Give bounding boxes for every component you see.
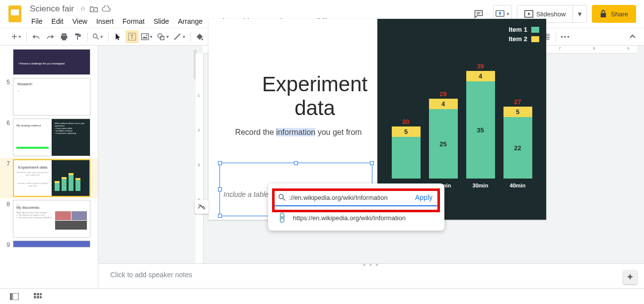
select-tool[interactable] bbox=[112, 30, 125, 43]
bottom-bar bbox=[0, 288, 644, 304]
thumbnail-5[interactable]: 5 Researchv2 bbox=[0, 76, 98, 117]
fill-color-button[interactable] bbox=[194, 30, 207, 43]
menu-arrange[interactable]: Arrange bbox=[174, 16, 206, 27]
svg-rect-21 bbox=[40, 293, 42, 295]
chart-legend: Item 1 Item 2 bbox=[384, 26, 539, 45]
image-tool[interactable]: ▼ bbox=[140, 30, 155, 43]
explore-button[interactable] bbox=[623, 270, 637, 284]
insert-link-popup: Apply 🔗 https://en.wikipedia.org/wiki/In… bbox=[268, 183, 444, 231]
notes-resize-handle[interactable]: • • • bbox=[363, 261, 379, 269]
share-label: Share bbox=[611, 10, 628, 18]
svg-rect-24 bbox=[40, 296, 42, 298]
link-suggestion-text: https://en.wikipedia.org/wiki/Informatio… bbox=[293, 214, 406, 222]
svg-point-8 bbox=[158, 34, 162, 38]
menu-slide[interactable]: Slide bbox=[150, 16, 172, 27]
share-button[interactable]: Share bbox=[592, 5, 636, 23]
menu-file[interactable]: File bbox=[28, 16, 46, 27]
grid-view-button[interactable] bbox=[34, 293, 42, 300]
apply-link-button[interactable]: Apply bbox=[413, 193, 434, 201]
print-button[interactable] bbox=[58, 30, 71, 43]
more-tools-button[interactable]: ••• bbox=[559, 30, 572, 43]
shape-tool[interactable]: ▼ bbox=[155, 30, 171, 43]
resize-handle[interactable] bbox=[294, 161, 298, 165]
svg-rect-18 bbox=[13, 293, 19, 300]
speaker-notes-placeholder: Click to add speaker notes bbox=[110, 271, 192, 279]
svg-rect-19 bbox=[34, 293, 36, 295]
menu-insert[interactable]: Insert bbox=[93, 16, 117, 27]
resize-handle[interactable] bbox=[218, 187, 222, 191]
resize-handle[interactable] bbox=[218, 161, 222, 165]
thumbnail-panel: • Present a challenge the you investigat… bbox=[0, 46, 98, 288]
svg-text:T: T bbox=[130, 34, 134, 40]
textbox-tool[interactable]: T bbox=[126, 30, 139, 43]
filmstrip-view-button[interactable] bbox=[10, 293, 19, 300]
slide-subtitle-text[interactable]: Record the information you get from bbox=[226, 127, 370, 138]
collapse-toolbar-button[interactable] bbox=[626, 30, 639, 43]
slideshow-dropdown[interactable]: ▼ bbox=[572, 5, 586, 22]
svg-rect-17 bbox=[10, 293, 12, 300]
bar-chart: 20 5 0min 29 4 25 20min 39 4 35 30min 27… bbox=[384, 50, 539, 188]
thumbnail-9[interactable]: 9 bbox=[0, 239, 98, 250]
vertical-ruler: 1 2 3 4 bbox=[196, 54, 204, 288]
menu-format[interactable]: Format bbox=[119, 16, 148, 27]
svg-point-16 bbox=[279, 194, 284, 199]
paint-format-button[interactable] bbox=[72, 30, 84, 43]
speaker-notes[interactable]: • • • Click to add speaker notes bbox=[98, 263, 644, 288]
document-title[interactable]: Science fair bbox=[28, 4, 76, 14]
play-rect-icon bbox=[524, 10, 533, 18]
disable-motion-button[interactable] bbox=[195, 200, 209, 214]
lock-icon bbox=[600, 10, 607, 18]
thumbnail-8[interactable]: 8 slotMy discoveriesWhat did you find ou… bbox=[0, 198, 98, 239]
undo-button[interactable] bbox=[30, 30, 43, 43]
thumbnail-6[interactable]: 6 My testing methodWhat methods did you … bbox=[0, 117, 98, 158]
app-logo[interactable] bbox=[5, 4, 25, 24]
new-slide-button[interactable]: +▼ bbox=[10, 30, 23, 43]
svg-point-7 bbox=[146, 35, 147, 36]
slide-title-text[interactable]: Experiment data bbox=[240, 72, 389, 121]
svg-rect-23 bbox=[37, 296, 39, 298]
svg-point-3 bbox=[93, 34, 97, 38]
svg-rect-6 bbox=[142, 34, 148, 40]
search-icon bbox=[278, 193, 286, 201]
menu-edit[interactable]: Edit bbox=[48, 16, 67, 27]
resize-handle[interactable] bbox=[370, 161, 374, 165]
line-tool[interactable]: ▼ bbox=[172, 30, 187, 43]
svg-rect-22 bbox=[34, 296, 36, 298]
svg-rect-20 bbox=[37, 293, 39, 295]
svg-rect-2 bbox=[601, 13, 606, 17]
link-url-input[interactable] bbox=[289, 194, 410, 201]
thumbnail-4[interactable]: • Present a challenge the you investigat… bbox=[0, 48, 98, 76]
star-icon[interactable]: ☆ bbox=[80, 5, 86, 12]
zoom-button[interactable]: ▼ bbox=[91, 30, 105, 43]
cloud-status-icon[interactable] bbox=[102, 5, 111, 12]
redo-button[interactable] bbox=[44, 30, 57, 43]
link-suggestion[interactable]: 🔗 https://en.wikipedia.org/wiki/Informat… bbox=[273, 206, 439, 226]
legend-swatch-1 bbox=[531, 27, 539, 33]
legend-swatch-2 bbox=[531, 36, 539, 42]
move-icon[interactable] bbox=[90, 5, 98, 12]
link-icon: 🔗 bbox=[275, 211, 289, 225]
thumbnail-7[interactable]: 7 Experiment dataRecord the information … bbox=[0, 158, 98, 198]
menu-view[interactable]: View bbox=[69, 16, 91, 27]
resize-handle[interactable] bbox=[218, 214, 222, 218]
slideshow-label: Slideshow bbox=[536, 10, 566, 18]
